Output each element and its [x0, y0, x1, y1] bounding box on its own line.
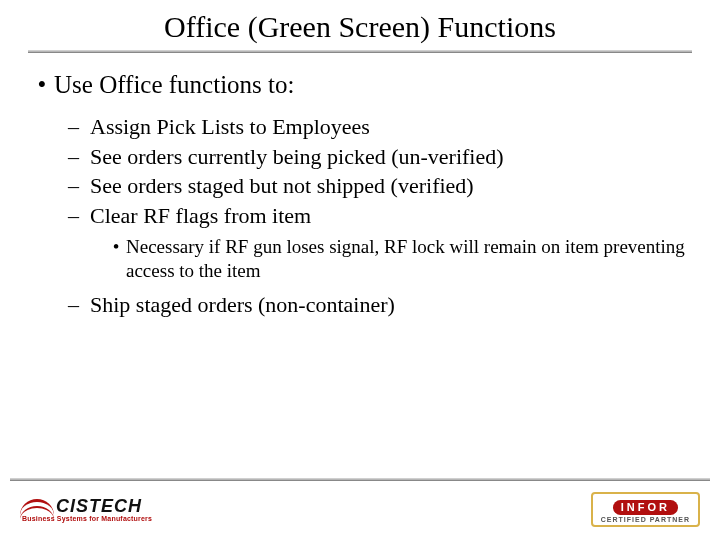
swoosh-icon — [20, 499, 54, 515]
item-text: See orders staged but not shipped (verif… — [90, 172, 474, 200]
dash-icon: – — [68, 172, 90, 200]
bullet-level2: – Assign Pick Lists to Employees — [68, 113, 690, 141]
dash-icon: – — [68, 202, 90, 230]
dash-icon: – — [68, 143, 90, 171]
bullet-dot-icon: • — [106, 235, 126, 283]
bullet-dot-icon: • — [30, 71, 54, 99]
item-text: Assign Pick Lists to Employees — [90, 113, 370, 141]
dash-icon: – — [68, 113, 90, 141]
bullet-level2: – See orders staged but not shipped (ver… — [68, 172, 690, 200]
footer-divider — [0, 478, 720, 487]
dash-icon: – — [68, 291, 90, 319]
item-text: See orders currently being picked (un-ve… — [90, 143, 504, 171]
bullet-level2: – See orders currently being picked (un-… — [68, 143, 690, 171]
item-text: Ship staged orders (non-container) — [90, 291, 395, 319]
slide-title: Office (Green Screen) Functions — [0, 0, 720, 50]
bullet-level3: • Necessary if RF gun loses signal, RF l… — [106, 235, 690, 283]
bullet-level1: • Use Office functions to: — [30, 71, 690, 99]
infor-partner-badge: INFOR CERTIFIED PARTNER — [591, 492, 700, 527]
slide-body: • Use Office functions to: – Assign Pick… — [0, 53, 720, 318]
item-text: Clear RF flags from item — [90, 202, 311, 230]
infor-tagline: CERTIFIED PARTNER — [601, 516, 690, 523]
bullet-level2: – Ship staged orders (non-container) — [68, 291, 690, 319]
subnote-text: Necessary if RF gun loses signal, RF loc… — [126, 235, 690, 283]
infor-name: INFOR — [613, 500, 678, 515]
cistech-logo: CISTECH Business Systems for Manufacture… — [20, 496, 152, 522]
slide-footer: CISTECH Business Systems for Manufacture… — [0, 478, 720, 540]
intro-text: Use Office functions to: — [54, 71, 294, 99]
cistech-name: CISTECH — [56, 496, 142, 517]
bullet-level2: – Clear RF flags from item — [68, 202, 690, 230]
